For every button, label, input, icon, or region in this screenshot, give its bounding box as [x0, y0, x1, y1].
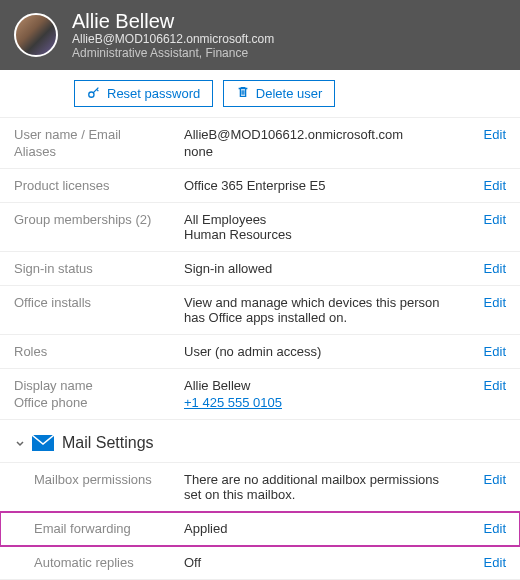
row-officephone: Office phone +1 425 555 0105 — [0, 393, 520, 420]
value-officephone[interactable]: +1 425 555 0105 — [184, 395, 282, 410]
label-officephone: Office phone — [14, 395, 184, 410]
row-roles: Roles User (no admin access) Edit — [0, 335, 520, 369]
row-signin: Sign-in status Sign-in allowed Edit — [0, 252, 520, 286]
label-email-forwarding: Email forwarding — [14, 521, 184, 536]
label-username: User name / Email — [14, 127, 184, 142]
key-icon — [87, 85, 107, 102]
row-aliases: Aliases none — [0, 142, 520, 169]
mail-settings-header[interactable]: Mail Settings — [0, 420, 520, 462]
reset-password-button[interactable]: Reset password — [74, 80, 213, 107]
row-displayname: Display name Allie Bellew Edit — [0, 369, 520, 393]
value-signin: Sign-in allowed — [184, 261, 462, 276]
row-licenses: Product licenses Office 365 Enterprise E… — [0, 169, 520, 203]
edit-contact[interactable]: Edit — [462, 378, 506, 393]
label-roles: Roles — [14, 344, 184, 359]
edit-roles[interactable]: Edit — [462, 344, 506, 359]
edit-groups[interactable]: Edit — [462, 212, 506, 227]
group-item-2: Human Resources — [184, 227, 454, 242]
edit-licenses[interactable]: Edit — [462, 178, 506, 193]
label-displayname: Display name — [14, 378, 184, 393]
value-office-installs: View and manage which devices this perso… — [184, 295, 462, 325]
value-automatic-replies: Off — [184, 555, 462, 570]
value-email-forwarding: Applied — [184, 521, 462, 536]
label-aliases: Aliases — [14, 144, 184, 159]
value-username: AllieB@MOD106612.onmicrosoft.com — [184, 127, 462, 142]
action-bar: Reset password Delete user — [0, 70, 520, 117]
label-groups: Group memberships (2) — [14, 212, 184, 227]
property-list: User name / Email AllieB@MOD106612.onmic… — [0, 117, 520, 420]
user-display-name: Allie Bellew — [72, 10, 274, 32]
edit-signin[interactable]: Edit — [462, 261, 506, 276]
row-groups: Group memberships (2) All Employees Huma… — [0, 203, 520, 252]
value-aliases: none — [184, 144, 462, 159]
user-title: Administrative Assistant, Finance — [72, 46, 274, 60]
label-office-installs: Office installs — [14, 295, 184, 310]
edit-email-forwarding[interactable]: Edit — [462, 521, 506, 536]
value-licenses: Office 365 Enterprise E5 — [184, 178, 462, 193]
delete-user-label: Delete user — [256, 86, 322, 101]
edit-office-installs[interactable]: Edit — [462, 295, 506, 310]
user-email: AllieB@MOD106612.onmicrosoft.com — [72, 32, 274, 46]
mail-settings-title: Mail Settings — [62, 434, 154, 452]
edit-username[interactable]: Edit — [462, 127, 506, 142]
row-automatic-replies: Automatic replies Off Edit — [0, 546, 520, 580]
trash-icon — [236, 85, 256, 102]
row-email-forwarding: Email forwarding Applied Edit — [0, 512, 520, 546]
label-signin: Sign-in status — [14, 261, 184, 276]
user-header: Allie Bellew AllieB@MOD106612.onmicrosof… — [0, 0, 520, 70]
avatar — [14, 13, 58, 57]
mail-icon — [32, 435, 54, 451]
value-groups: All Employees Human Resources — [184, 212, 462, 242]
identity-block: Allie Bellew AllieB@MOD106612.onmicrosof… — [72, 10, 274, 60]
chevron-down-icon — [14, 437, 26, 449]
reset-password-label: Reset password — [107, 86, 200, 101]
value-roles: User (no admin access) — [184, 344, 462, 359]
delete-user-button[interactable]: Delete user — [223, 80, 335, 107]
label-mailbox-permissions: Mailbox permissions — [14, 472, 184, 487]
label-automatic-replies: Automatic replies — [14, 555, 184, 570]
edit-mailbox-permissions[interactable]: Edit — [462, 472, 506, 487]
mail-settings-list: Mailbox permissions There are no additio… — [0, 462, 520, 580]
group-item-1: All Employees — [184, 212, 454, 227]
label-licenses: Product licenses — [14, 178, 184, 193]
edit-automatic-replies[interactable]: Edit — [462, 555, 506, 570]
value-displayname: Allie Bellew — [184, 378, 462, 393]
row-username: User name / Email AllieB@MOD106612.onmic… — [0, 118, 520, 142]
row-mailbox-permissions: Mailbox permissions There are no additio… — [0, 463, 520, 512]
row-office-installs: Office installs View and manage which de… — [0, 286, 520, 335]
value-mailbox-permissions: There are no additional mailbox permissi… — [184, 472, 462, 502]
